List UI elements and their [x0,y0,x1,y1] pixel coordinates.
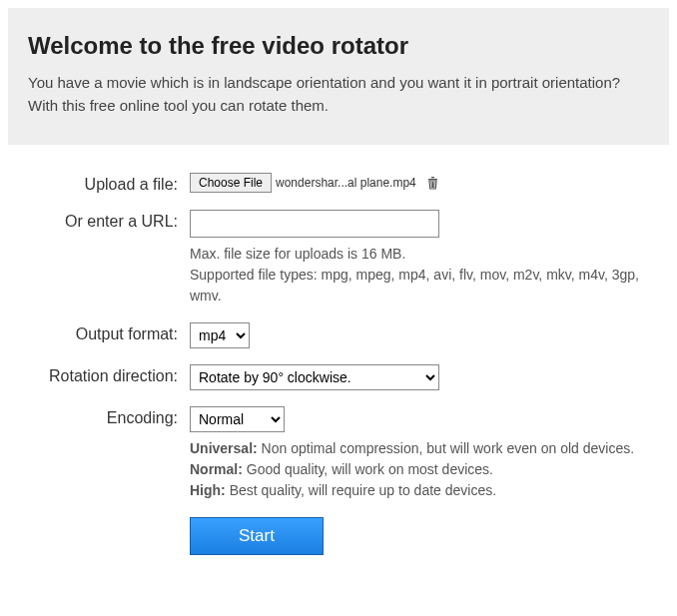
universal-hint-text: Non optimal compression, but will work e… [258,440,634,456]
rotation-row: Rotation direction: Rotate by 90° clockw… [20,364,657,390]
encoding-row: Encoding: Normal Universal: Non optimal … [20,406,657,501]
svg-rect-0 [428,179,437,180]
normal-hint-text: Good quality, will work on most devices. [243,461,493,477]
page-title: Welcome to the free video rotator [28,32,649,60]
header-line1: You have a movie which is in landscape o… [28,74,620,91]
submit-row: Start [20,517,657,555]
start-button[interactable]: Start [190,517,324,555]
universal-hint-label: Universal: [190,440,258,456]
high-hint-label: High: [190,482,226,498]
url-input[interactable] [190,210,439,238]
svg-rect-1 [431,177,434,178]
upload-row: Upload a file: Choose File wondershar...… [20,173,657,194]
upload-hints: Max. file size for uploads is 16 MB. Sup… [190,244,657,307]
max-size-hint: Max. file size for uploads is 16 MB. [190,246,405,262]
trash-icon[interactable] [426,176,439,190]
output-format-row: Output format: mp4 [20,322,657,348]
url-label: Or enter a URL: [20,210,190,231]
normal-hint-label: Normal: [190,461,243,477]
url-row: Or enter a URL: Max. file size for uploa… [20,210,657,307]
rotation-label: Rotation direction: [20,364,190,385]
choose-file-button[interactable]: Choose File [190,173,272,193]
form-area: Upload a file: Choose File wondershar...… [0,153,677,591]
output-format-select[interactable]: mp4 [190,322,250,348]
rotation-select[interactable]: Rotate by 90° clockwise. [190,364,439,390]
header-panel: Welcome to the free video rotator You ha… [8,8,669,145]
high-hint-text: Best quality, will require up to date de… [226,482,496,498]
encoding-hints: Universal: Non optimal compression, but … [190,438,657,501]
header-description: You have a movie which is in landscape o… [28,72,649,117]
supported-types-hint: Supported file types: mpg, mpeg, mp4, av… [190,267,639,304]
encoding-label: Encoding: [20,406,190,427]
header-line2: With this free online tool you can rotat… [28,97,329,114]
selected-file-name: wondershar...al plane.mp4 [276,176,416,190]
encoding-select[interactable]: Normal [190,406,285,432]
upload-label: Upload a file: [20,173,190,194]
output-format-label: Output format: [20,322,190,343]
